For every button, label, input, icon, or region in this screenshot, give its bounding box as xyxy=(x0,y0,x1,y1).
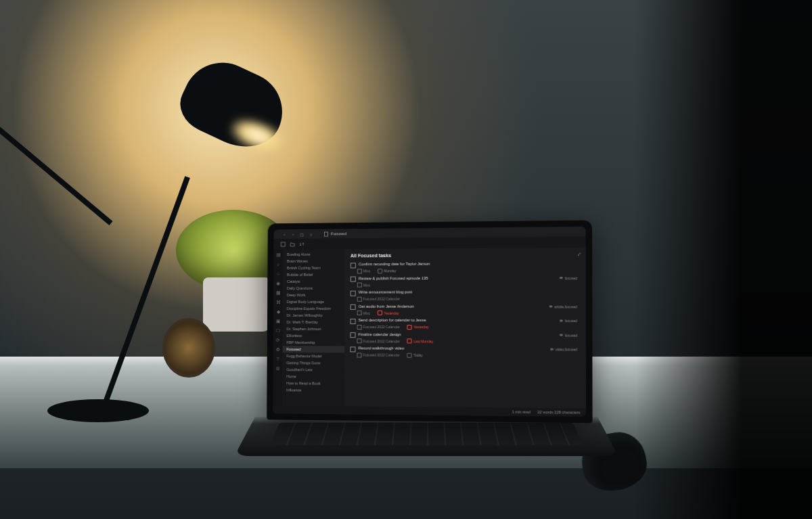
task-item[interactable]: Write announcement blog postFocused 2022… xyxy=(348,288,583,302)
task-title: Finalize calendar design xyxy=(359,332,560,337)
new-note-icon[interactable] xyxy=(280,242,286,247)
sidebar-item[interactable]: Dr. Stephen Johnson xyxy=(283,325,345,332)
laptop-screen-bezel: ‹ › ◳ ☆ Focused xyxy=(267,220,592,423)
sidebar-item[interactable]: Goodhart's Law xyxy=(282,366,344,374)
back-icon[interactable]: ‹ xyxy=(281,231,287,237)
shadow-right xyxy=(636,0,812,519)
task-project[interactable]: Misc xyxy=(357,311,370,315)
task-tags[interactable]: focused xyxy=(560,275,577,279)
laptop: MacBook Pro ‹ › ◳ ☆ xyxy=(267,223,585,491)
task-list: Confirm recording date for Taylor Jacson… xyxy=(344,259,586,408)
lamp-arm-upper xyxy=(0,117,113,225)
rail-help-icon[interactable]: ? xyxy=(275,357,281,362)
status-read-time: 1 min read xyxy=(512,409,531,413)
sort-icon[interactable] xyxy=(299,242,304,247)
expand-icon[interactable]: ⤢ xyxy=(577,252,581,257)
sidebar-item[interactable]: Effortless xyxy=(283,332,345,339)
checkbox[interactable] xyxy=(351,304,356,310)
svg-rect-1 xyxy=(281,242,285,246)
task-project[interactable]: Focused 2022 Calendar xyxy=(357,325,400,330)
task-item[interactable]: Get audio from Jesse AndersonMiscYesterd… xyxy=(348,302,583,317)
laptop-screen: ‹ › ◳ ☆ Focused xyxy=(273,227,586,417)
task-tags[interactable]: focused xyxy=(560,319,577,323)
sidebar-item[interactable]: Getting Things Done xyxy=(282,359,344,366)
task-project[interactable]: Focused 2022 Calendar xyxy=(357,353,399,357)
forward-icon[interactable]: › xyxy=(290,231,296,237)
task-date[interactable]: Today xyxy=(407,353,423,357)
task-item[interactable]: Finalize calendar designFocused 2022 Cal… xyxy=(347,331,583,346)
sidebar-item[interactable]: Deep Work xyxy=(283,292,345,298)
checkbox[interactable] xyxy=(350,346,355,352)
task-tags[interactable]: focused xyxy=(560,333,577,337)
document-title: Focused xyxy=(331,231,346,235)
rail-star-icon[interactable]: ☆ xyxy=(275,271,281,277)
task-title: Write announcement blog post xyxy=(359,290,577,294)
task-item[interactable]: Review & publish Focused episode 135Misc… xyxy=(348,273,583,288)
checkbox[interactable] xyxy=(351,318,356,323)
rail-settings-icon[interactable]: ⚙ xyxy=(275,366,280,371)
sidebar-item[interactable]: Bubble of Belief xyxy=(283,271,345,278)
sidebar: Bowling AloneBrain WavesBritish Cycling … xyxy=(282,249,345,406)
task-date[interactable]: Monday xyxy=(378,269,396,273)
main-panel: ⤢ All Focused tasks Confirm recording da… xyxy=(344,248,586,409)
document-tab[interactable]: Focused xyxy=(324,231,346,236)
rail-template-icon[interactable]: ▣ xyxy=(275,319,281,324)
rail-tag-icon[interactable]: ◆ xyxy=(275,309,281,315)
sidebar-item[interactable]: FBP Membership xyxy=(283,339,345,346)
photo-background: MacBook Pro ‹ › ◳ ☆ xyxy=(0,0,812,519)
new-folder-icon[interactable] xyxy=(290,242,295,247)
sidebar-item[interactable]: Bowling Alone xyxy=(283,250,345,258)
sidebar-item[interactable]: Dr. James Willoughby xyxy=(283,312,345,319)
sidebar-item[interactable]: British Cycling Team xyxy=(283,264,345,271)
sidebar-item[interactable]: Fogg Behavior Model xyxy=(282,353,344,359)
checkbox[interactable] xyxy=(350,332,355,338)
rail-command-icon[interactable]: ⌘ xyxy=(275,300,281,305)
lamp-base xyxy=(47,399,149,422)
checkbox[interactable] xyxy=(351,290,356,296)
star-icon[interactable]: ☆ xyxy=(308,231,313,237)
task-title: Confirm recording date for Taylor Jacson xyxy=(359,261,577,266)
sidebar-item[interactable]: Daily Questions xyxy=(283,285,345,292)
document-icon xyxy=(324,231,328,236)
task-project[interactable]: Misc xyxy=(357,282,370,287)
task-item[interactable]: Confirm recording date for Taylor Jacson… xyxy=(348,259,583,275)
sidebar-item[interactable]: Home xyxy=(282,373,344,380)
task-title: Review & publish Focused episode 135 xyxy=(359,275,560,280)
history-icon[interactable]: ◳ xyxy=(299,231,304,237)
app-window: ‹ › ◳ ☆ Focused xyxy=(273,227,586,417)
checkbox[interactable] xyxy=(351,276,356,281)
app-body: ▤ ⌕ ☆ ◉ ▦ ⌘ ◆ ▣ ☐ ⟳ ♻ ? ⚙ xyxy=(273,248,586,409)
rail-graph-icon[interactable]: ◉ xyxy=(275,281,281,286)
sidebar-item[interactable]: Dr. Mark T. Barclay xyxy=(283,319,345,325)
sidebar-item[interactable]: Brain Waves xyxy=(283,257,345,265)
task-tags[interactable]: video,focused xyxy=(550,347,577,351)
task-date[interactable]: Yesterday xyxy=(378,311,399,315)
task-title: Record walkthrough video xyxy=(358,346,550,351)
sidebar-item[interactable]: Digital Body Language xyxy=(283,298,345,305)
task-project[interactable]: Misc xyxy=(357,269,370,273)
watch xyxy=(162,318,215,378)
sidebar-item[interactable]: Influence xyxy=(282,386,344,394)
sidebar-item[interactable]: Focused xyxy=(283,346,345,353)
task-title: Get audio from Jesse Anderson xyxy=(359,304,549,309)
rail-search-icon[interactable]: ⌕ xyxy=(275,262,281,267)
task-tags[interactable]: article,focused xyxy=(549,304,577,309)
task-date[interactable]: Last Monday xyxy=(407,338,433,343)
rail-trash-icon[interactable]: ♻ xyxy=(275,347,281,353)
checkbox[interactable] xyxy=(351,263,356,268)
task-project[interactable]: Focused 2022 Calendar xyxy=(357,338,400,343)
task-item[interactable]: Record walkthrough videoFocused 2022 Cal… xyxy=(347,344,583,359)
icon-rail: ▤ ⌕ ☆ ◉ ▦ ⌘ ◆ ▣ ☐ ⟳ ♻ ? ⚙ xyxy=(273,250,283,405)
sidebar-item[interactable]: Discipline Equals Freedom xyxy=(283,305,345,312)
svg-rect-0 xyxy=(324,232,328,236)
rail-archive-icon[interactable]: ☐ xyxy=(275,328,281,334)
sidebar-item[interactable]: How to Read a Book xyxy=(282,380,344,387)
task-date[interactable]: Yesterday xyxy=(407,325,429,330)
task-item[interactable]: Send description for calendar to JesseFo… xyxy=(347,317,583,331)
task-project[interactable]: Focused 2022 Calendar xyxy=(357,296,400,301)
rail-calendar-icon[interactable]: ▦ xyxy=(275,290,281,296)
status-word-count: 22 words 228 characters xyxy=(537,410,580,415)
rail-files-icon[interactable]: ▤ xyxy=(275,252,281,258)
sidebar-item[interactable]: Catalyst xyxy=(283,278,345,285)
rail-sync-icon[interactable]: ⟳ xyxy=(275,338,281,343)
